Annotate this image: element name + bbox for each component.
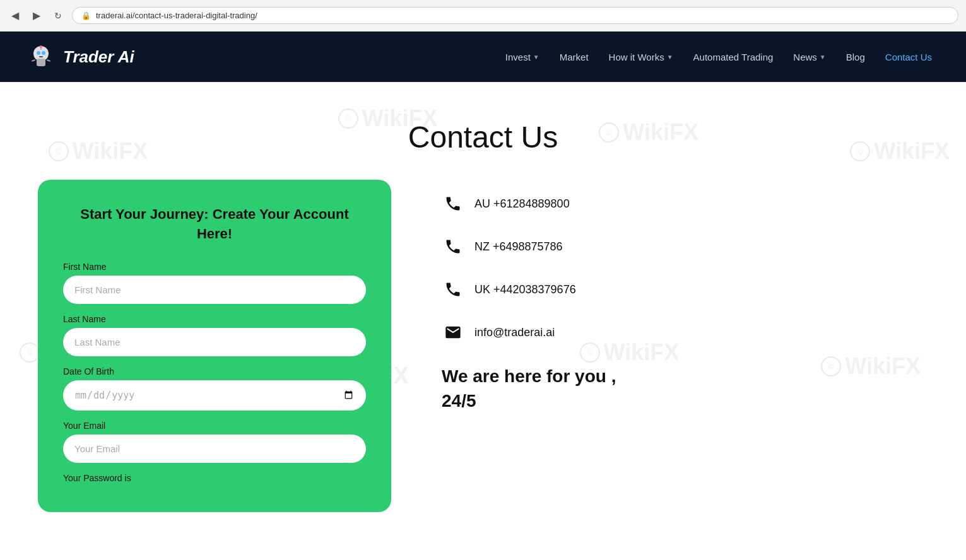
phone-nz-text: NZ +6498875786 — [474, 240, 563, 254]
nav-contact-us[interactable]: Contact Us — [876, 47, 941, 67]
page-title: Contact Us — [0, 82, 966, 180]
back-button[interactable]: ◀ — [8, 7, 23, 24]
email-label: Your Email — [63, 421, 366, 431]
url-bar[interactable]: 🔒 traderai.ai/contact-us-traderai-digita… — [72, 7, 958, 24]
last-name-label: Last Name — [63, 314, 366, 324]
refresh-button[interactable]: ↻ — [50, 8, 66, 23]
svg-point-3 — [42, 51, 45, 55]
password-label: Your Password is — [63, 473, 366, 483]
svg-rect-7 — [32, 59, 35, 62]
logo-robot-icon — [25, 41, 57, 73]
contact-phone-au: AU +61284889800 — [442, 192, 928, 215]
form-title: Start Your Journey: Create Your Account … — [63, 205, 366, 244]
browser-bar: ◀ ▶ ↻ 🔒 traderai.ai/contact-us-traderai-… — [0, 0, 966, 32]
dob-input[interactable] — [63, 380, 366, 411]
last-name-input[interactable] — [63, 328, 366, 356]
contact-info: AU +61284889800 NZ +6498875786 UK — [442, 180, 928, 512]
nav-news[interactable]: News ▼ — [784, 47, 834, 67]
content-area: Start Your Journey: Create Your Account … — [0, 180, 966, 550]
phone-au-text: AU +61284889800 — [474, 197, 570, 211]
nav-automated-trading[interactable]: Automated Trading — [685, 47, 782, 67]
contact-email: info@traderai.ai — [442, 321, 928, 344]
email-group: Your Email — [63, 421, 366, 463]
svg-rect-8 — [47, 59, 50, 62]
svg-point-6 — [40, 45, 42, 48]
first-name-input[interactable] — [63, 276, 366, 304]
logo-area[interactable]: Trader Ai — [25, 41, 134, 73]
svg-rect-4 — [39, 56, 43, 57]
phone-nz-icon — [442, 235, 464, 258]
nav-how-it-works[interactable]: How it Works ▼ — [600, 47, 682, 67]
invest-dropdown-icon: ▼ — [533, 54, 539, 61]
navbar: Trader Ai Invest ▼ Market How it Works ▼… — [0, 32, 966, 82]
password-group: Your Password is — [63, 473, 366, 483]
email-icon — [442, 321, 464, 344]
nav-links: Invest ▼ Market How it Works ▼ Automated… — [497, 47, 941, 67]
main-content: © WikiFX© WikiFX© WikiFX© WikiFX© WikiFX… — [0, 82, 966, 550]
nav-invest[interactable]: Invest ▼ — [497, 47, 548, 67]
form-card: Start Your Journey: Create Your Account … — [38, 180, 391, 512]
nav-blog[interactable]: Blog — [837, 47, 874, 67]
svg-rect-1 — [37, 59, 45, 66]
first-name-label: First Name — [63, 262, 366, 272]
dob-group: Date Of Birth — [63, 366, 366, 411]
how-it-works-dropdown-icon: ▼ — [667, 54, 673, 61]
dob-label: Date Of Birth — [63, 366, 366, 376]
nav-market[interactable]: Market — [551, 47, 598, 67]
contact-phone-uk: UK +442038379676 — [442, 278, 928, 301]
email-text: info@traderai.ai — [474, 326, 555, 339]
we-are-here-text: We are here for you , 24/5 — [442, 364, 928, 413]
logo-text: Trader Ai — [63, 47, 134, 67]
last-name-group: Last Name — [63, 314, 366, 356]
news-dropdown-icon: ▼ — [820, 54, 826, 61]
phone-au-icon — [442, 192, 464, 215]
svg-point-2 — [37, 51, 40, 55]
url-text: traderai.ai/contact-us-traderai-digital-… — [96, 11, 257, 20]
email-input[interactable] — [63, 435, 366, 463]
phone-uk-icon — [442, 278, 464, 301]
lock-icon: 🔒 — [81, 11, 91, 20]
first-name-group: First Name — [63, 262, 366, 304]
phone-uk-text: UK +442038379676 — [474, 283, 576, 296]
forward-button[interactable]: ▶ — [29, 7, 44, 24]
contact-phone-nz: NZ +6498875786 — [442, 235, 928, 258]
